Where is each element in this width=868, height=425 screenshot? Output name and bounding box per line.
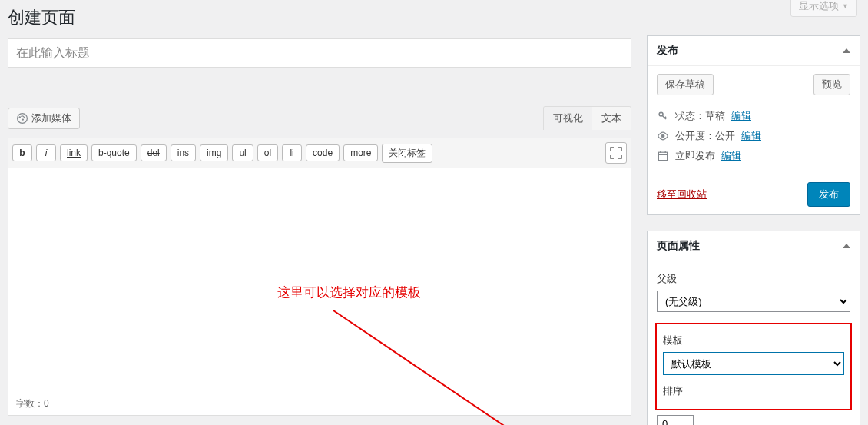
move-to-trash-link[interactable]: 移至回收站 xyxy=(657,188,707,201)
editor-toolbar: b i link b-quote del ins img ul ol li co… xyxy=(8,138,631,168)
fullscreen-button[interactable] xyxy=(605,142,627,164)
template-highlight-box: 模板 默认模板 排序 xyxy=(655,323,852,410)
page-attributes-box: 页面属性 父级 (无父级) 模板 默认模板 排序 xyxy=(647,231,860,425)
order-label: 排序 xyxy=(663,384,844,398)
page-attributes-title: 页面属性 xyxy=(657,239,700,253)
fullscreen-icon xyxy=(610,147,622,159)
toolbar-ul-button[interactable]: ul xyxy=(232,144,253,161)
toolbar-img-button[interactable]: img xyxy=(200,144,228,161)
parent-select[interactable]: (无父级) xyxy=(657,291,850,312)
editor-tab-switch: 可视化 文本 xyxy=(543,106,631,130)
media-icon xyxy=(16,112,28,125)
order-input[interactable] xyxy=(657,415,694,425)
svg-line-3 xyxy=(333,310,641,425)
toolbar-link-button[interactable]: link xyxy=(60,144,88,161)
save-draft-button[interactable]: 保存草稿 xyxy=(657,74,714,95)
template-select[interactable]: 默认模板 xyxy=(663,352,844,375)
post-title-input[interactable] xyxy=(8,38,631,68)
toolbar-bold-button[interactable]: b xyxy=(12,144,32,161)
svg-point-7 xyxy=(661,134,664,138)
screen-options-label: 显示选项 xyxy=(799,0,839,13)
publish-box-title: 发布 xyxy=(657,44,678,58)
status-edit-link[interactable]: 编辑 xyxy=(731,109,751,123)
svg-point-1 xyxy=(22,118,24,120)
schedule-edit-link[interactable]: 编辑 xyxy=(721,149,741,163)
add-media-label: 添加媒体 xyxy=(31,111,71,125)
svg-line-6 xyxy=(664,117,666,118)
toolbar-ins-button[interactable]: ins xyxy=(171,144,196,161)
svg-rect-8 xyxy=(658,152,667,160)
word-count-label: 字数： xyxy=(16,398,44,409)
toolbar-code-button[interactable]: code xyxy=(306,144,340,161)
preview-button[interactable]: 预览 xyxy=(813,74,850,95)
toolbar-del-button[interactable]: del xyxy=(141,144,167,161)
template-label: 模板 xyxy=(663,334,844,347)
toolbar-closetags-button[interactable]: 关闭标签 xyxy=(382,144,432,163)
visibility-edit-link[interactable]: 编辑 xyxy=(741,129,761,143)
collapse-icon xyxy=(843,244,850,248)
key-icon xyxy=(657,110,669,122)
screen-options-button[interactable]: 显示选项 ▼ xyxy=(790,0,857,17)
status-row: 状态：草稿 编辑 xyxy=(657,106,850,126)
parent-label: 父级 xyxy=(657,272,850,286)
svg-point-0 xyxy=(19,116,21,118)
eye-icon xyxy=(657,130,669,142)
toolbar-li-button[interactable]: li xyxy=(282,144,302,161)
toolbar-italic-button[interactable]: i xyxy=(36,144,56,161)
visibility-row: 公开度：公开 编辑 xyxy=(657,126,850,146)
svg-point-2 xyxy=(18,113,28,123)
annotation-text: 这里可以选择对应的模板 xyxy=(277,284,421,301)
publish-box: 发布 保存草稿 预览 状态：草稿 编辑 公开度：公开 编辑 xyxy=(647,35,860,215)
chevron-down-icon: ▼ xyxy=(842,2,849,10)
toolbar-more-button[interactable]: more xyxy=(343,144,378,161)
annotation-arrow xyxy=(330,307,652,425)
word-count-value: 0 xyxy=(44,398,49,409)
calendar-icon xyxy=(657,150,669,162)
tab-text[interactable]: 文本 xyxy=(592,107,631,130)
tab-visual[interactable]: 可视化 xyxy=(544,107,592,130)
word-count: 字数：0 xyxy=(16,397,49,410)
add-media-button[interactable]: 添加媒体 xyxy=(8,108,80,129)
page-attributes-header[interactable]: 页面属性 xyxy=(648,231,860,261)
publish-box-header[interactable]: 发布 xyxy=(648,36,860,66)
toolbar-ol-button[interactable]: ol xyxy=(257,144,278,161)
editor-textarea[interactable]: 这里可以选择对应的模板 字数：0 xyxy=(8,168,631,416)
collapse-icon xyxy=(843,48,850,53)
publish-button[interactable]: 发布 xyxy=(807,182,850,207)
toolbar-bquote-button[interactable]: b-quote xyxy=(91,144,137,161)
schedule-row: 立即发布 编辑 xyxy=(657,146,850,166)
page-title: 创建页面 xyxy=(8,0,631,38)
